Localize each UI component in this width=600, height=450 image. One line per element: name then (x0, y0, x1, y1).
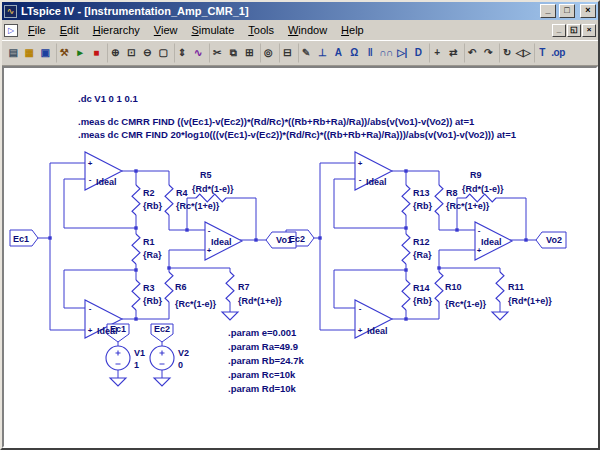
param-rc[interactable]: .param Rc=10k (228, 369, 296, 380)
opamp-u5-label[interactable]: Ideal (481, 237, 502, 247)
toolbar-button-cut[interactable]: ✂ (209, 43, 225, 63)
source-v2-value[interactable]: 0 (178, 360, 183, 370)
resistor-r1-value[interactable]: {Ra} (143, 250, 162, 260)
resistor-r13-name[interactable]: R13 (413, 188, 430, 198)
resistor-r12-name[interactable]: R12 (413, 237, 430, 247)
resistor-r6-name[interactable]: R6 (175, 282, 187, 292)
source-v1-name[interactable]: V1 (134, 348, 145, 358)
toolbar-button-find[interactable]: ◎ (260, 43, 276, 63)
resistor-r6-value[interactable]: {Rc*(1-e)} (175, 299, 217, 309)
maximize-button[interactable]: □ (559, 4, 575, 18)
toolbar-button-capacitor[interactable]: ‖ (362, 43, 378, 63)
directive-meas-cmrr[interactable]: .meas dc CMRR FIND ((v(Ec1)-v(Ec2))*(Rd/… (78, 116, 475, 127)
toolbar-button-zoom-full[interactable]: ▢ (155, 43, 171, 63)
schematic-canvas[interactable]: Ec1 Ec2 Vo1 Vo2 Ec1 Ec2 .dc V1 0 1 0.1 .… (4, 68, 596, 446)
toolbar-button-print[interactable]: ⊟ (279, 43, 295, 63)
resistor-r10-body[interactable] (435, 272, 443, 302)
toolbar-button-open[interactable]: ▦ (21, 43, 37, 63)
resistor-r1-body[interactable] (132, 234, 140, 264)
titlebar[interactable]: ∿ LTspice IV - [Instrumentation_Amp_CMR_… (2, 2, 598, 20)
resistor-r6-body[interactable] (165, 272, 173, 302)
toolbar-button-copy[interactable]: ⧉ (225, 43, 241, 63)
ground-icon[interactable] (492, 312, 508, 320)
toolbar-button-drag[interactable]: ⇄ (445, 43, 461, 63)
source-v2-symbol[interactable] (150, 346, 174, 370)
resistor-r12-value[interactable]: {Ra} (413, 250, 432, 260)
toolbar-button-diode[interactable]: ▷| (394, 43, 410, 63)
toolbar-button-text[interactable]: T (534, 43, 550, 63)
toolbar-button-control-panel[interactable]: ⚒ (56, 43, 72, 63)
param-rb[interactable]: .param Rb=24.7k (228, 355, 304, 366)
directive-meas-cmr[interactable]: .meas dc CMR FIND 20*log10(((v(Ec1)-v(Ec… (78, 129, 517, 140)
toolbar-button-ground[interactable]: ⊥ (314, 43, 330, 63)
opamp-u4-label[interactable]: Ideal (366, 177, 387, 187)
toolbar-button-zoom-out[interactable]: ⊖ (139, 43, 155, 63)
toolbar-button-new-schematic[interactable]: ▤ (5, 43, 21, 63)
resistor-r8-value[interactable]: {Rc*(1+e)} (446, 201, 490, 211)
resistor-r3-value[interactable]: {Rb} (143, 296, 162, 306)
param-rd[interactable]: .param Rd=10k (228, 383, 297, 394)
ground-icon[interactable] (222, 312, 238, 320)
resistor-r7-value[interactable]: {Rd*(1+e)} (238, 296, 282, 306)
resistor-r5-name[interactable]: R5 (200, 170, 212, 180)
ground-icon[interactable] (154, 378, 170, 386)
resistor-r4-value[interactable]: {Rc*(1+e)} (176, 201, 220, 211)
menu-item-help[interactable]: Help (334, 22, 371, 38)
resistor-r4-body[interactable] (165, 185, 173, 215)
resistor-r3-name[interactable]: R3 (143, 283, 155, 293)
source-v2-name[interactable]: V2 (178, 348, 189, 358)
close-button[interactable]: × (580, 4, 596, 18)
resistor-r2-value[interactable]: {Rb} (143, 201, 162, 211)
resistor-r7-name[interactable]: R7 (238, 282, 250, 292)
param-e[interactable]: .param e=0.001 (228, 327, 297, 338)
resistor-r13-body[interactable] (402, 185, 410, 215)
source-v1-symbol[interactable] (106, 346, 130, 370)
resistor-r9-value[interactable]: {Rd*(1-e)} (462, 184, 504, 194)
toolbar-button-label-net[interactable]: A (330, 43, 346, 63)
resistor-r11-name[interactable]: R11 (508, 282, 524, 292)
port-label-vo2[interactable]: Vo2 (546, 235, 562, 245)
resistor-r3-body[interactable] (132, 280, 140, 310)
directive-dc[interactable]: .dc V1 0 1 0.1 (78, 93, 138, 104)
resistor-r5-value[interactable]: {Rd*(1-e)} (192, 184, 234, 194)
resistor-r13-value[interactable]: {Rb} (413, 201, 432, 211)
net-label-v2[interactable]: Ec2 (154, 324, 170, 334)
toolbar-button-spice-directive[interactable]: .op (550, 43, 566, 63)
toolbar-button-mirror[interactable]: ◁▷ (515, 43, 531, 63)
source-v1-value[interactable]: 1 (134, 360, 139, 370)
port-label-ec1[interactable]: Ec1 (13, 234, 29, 244)
opamp-u1-label[interactable]: Ideal (96, 177, 117, 187)
toolbar-button-move[interactable]: + (429, 43, 445, 63)
toolbar-button-wire[interactable]: ✎ (298, 43, 314, 63)
menu-item-tools[interactable]: Tools (241, 22, 281, 38)
resistor-r2-name[interactable]: R2 (143, 188, 155, 198)
resistor-r8-body[interactable] (435, 185, 443, 215)
resistor-r8-name[interactable]: R8 (446, 188, 458, 198)
toolbar-button-run[interactable]: ► (72, 43, 88, 63)
toolbar-button-zoom-box[interactable]: ⊡ (123, 43, 139, 63)
opamp-u6-label[interactable]: Ideal (367, 326, 388, 336)
toolbar-button-inductor[interactable]: ∩∩ (378, 43, 394, 63)
menu-item-hierarchy[interactable]: Hierarchy (86, 22, 147, 38)
mdi-close-button[interactable]: × (582, 24, 596, 37)
resistor-r14-name[interactable]: R14 (413, 283, 430, 293)
toolbar-button-component[interactable]: D (410, 43, 426, 63)
resistor-r10-value[interactable]: {Rc*(1-e)} (445, 299, 487, 309)
ground-icon[interactable] (110, 378, 126, 386)
mdi-minimize-button[interactable]: _ (552, 24, 566, 37)
menu-item-simulate[interactable]: Simulate (184, 22, 241, 38)
resistor-r12-body[interactable] (402, 234, 410, 264)
mdi-restore-button[interactable]: ◱ (567, 24, 581, 37)
ltspice-app-icon[interactable]: ∿ (4, 5, 17, 18)
minimize-button[interactable]: _ (540, 4, 556, 18)
param-ra[interactable]: .param Ra=49.9 (228, 341, 298, 352)
resistor-r9-name[interactable]: R9 (470, 170, 482, 180)
resistor-r14-body[interactable] (402, 280, 410, 310)
toolbar-button-save[interactable]: ▣ (37, 43, 53, 63)
resistor-r11-body[interactable] (496, 272, 504, 302)
menu-item-edit[interactable]: Edit (53, 22, 86, 38)
port-label-vo1[interactable]: Vo1 (276, 235, 292, 245)
toolbar-button-paste[interactable]: ⊞ (241, 43, 257, 63)
resistor-r7-body[interactable] (226, 272, 234, 302)
toolbar-button-redo[interactable]: ↷ (480, 43, 496, 63)
